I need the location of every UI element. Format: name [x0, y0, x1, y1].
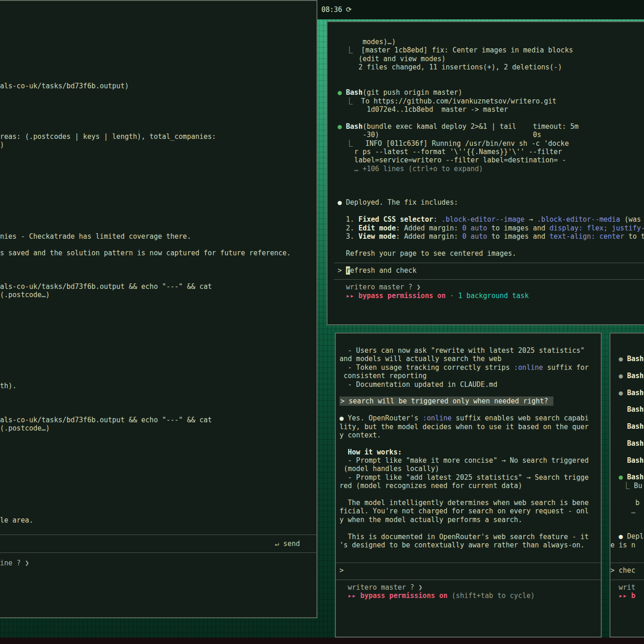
left-pane-text-group: als-co-uk/tasks/bd73f6b.output && echo "…: [0, 282, 212, 299]
claude-session-pane-top-right[interactable]: modes)…) ⎿ [master 1cb8ebd] fix: Center …: [327, 21, 644, 325]
terminal-line: - Users can now ask "rewrite with latest…: [339, 346, 601, 355]
terminal-line: Bash: [610, 422, 644, 431]
left-pane-messages: als-co-uk/tasks/bd73f6b.output)reas: (.p…: [0, 1, 316, 617]
terminal-line: [339, 439, 601, 448]
terminal-line: Bash: [610, 456, 644, 465]
terminal-text: ▸▸ bypass permissions on: [338, 292, 446, 300]
terminal-line: [339, 389, 601, 397]
terminal-line: modes)…): [338, 38, 644, 46]
terminal-text: - Documentation updated in CLAUDE.md: [339, 380, 497, 389]
terminal-text: Bash: [627, 473, 644, 481]
terminal-text: label=service=writero --filter label=des…: [338, 156, 566, 164]
left-pane-text-group: nies - Checkatrade has limited coverage …: [0, 232, 191, 241]
terminal-text: 0 auto: [462, 224, 487, 232]
terminal-text: ●: [610, 389, 627, 397]
terminal-text: : Added margin:: [396, 232, 462, 241]
claude-session-pane-bottom-right[interactable]: ● Bash ● Bash ● Bash Bash Bash Bash Bash…: [610, 333, 644, 638]
terminal-line: reas: (.postcodes | keys | length), tota…: [0, 132, 216, 141]
terminal-text: 's designed to be contextually aware rat…: [339, 541, 585, 549]
terminal-text: ficial. You're not charged for search on…: [339, 507, 589, 515]
terminal-line: (edit and view modes): [338, 55, 644, 63]
terminal-line: > search will be triggered only when nee…: [339, 397, 601, 405]
terminal-text: (bundle exec kamal deploy 2>&1 | tail ti…: [362, 122, 579, 131]
terminal-text: (edit and view modes): [338, 55, 446, 63]
terminal-line: [338, 173, 644, 181]
terminal-line: ● Deployed. The fix includes:: [338, 198, 644, 207]
terminal-text: >: [339, 566, 348, 575]
terminal-text: r ps --latest --format '\''{{.Names}}'\'…: [338, 148, 562, 156]
separator: [334, 275, 644, 283]
terminal-line: - Prompt like "add latest 2025 statistic…: [339, 473, 601, 482]
terminal-line: le area.: [0, 516, 33, 524]
terminal-text: text-align: center: [550, 232, 625, 241]
terminal-text: writ: [610, 583, 635, 592]
terminal-line: th).: [0, 382, 17, 390]
terminal-line: [339, 524, 601, 532]
terminal-text: ●: [338, 88, 346, 97]
left-terminal-pane[interactable]: als-co-uk/tasks/bd73f6b.output)reas: (.p…: [0, 0, 317, 618]
terminal-line: s saved and the solution pattern is now …: [0, 249, 291, 257]
terminal-text: Yes. OpenRouter's: [348, 414, 423, 422]
terminal-line: als-co-uk/tasks/bd73f6b.output): [0, 82, 129, 90]
terminal-text: ⎿ [master 1cb8ebd] fix: Center images in…: [338, 46, 573, 54]
terminal-text: : Added margin:: [396, 224, 462, 232]
bottom-edge-strip: [0, 638, 644, 644]
terminal-line: > chec: [610, 566, 644, 575]
refresh-icon[interactable]: ⟳: [346, 6, 352, 14]
terminal-line: … +106 lines (ctrl+o to expand): [338, 165, 644, 173]
terminal-text: [610, 439, 627, 448]
message-input-row[interactable]: ↵ send: [0, 535, 316, 553]
terminal-line: (model handles locally): [339, 465, 601, 473]
terminal-line: ● Bash: [610, 372, 644, 380]
terminal-line: ● Bash: [610, 473, 644, 481]
terminal-text: Deployed. The fix includes:: [346, 198, 458, 207]
terminal-text: to images and: [487, 232, 549, 241]
terminal-text: .block-editor--image: [442, 215, 525, 224]
terminal-text: ▸▸ b: [610, 592, 635, 600]
terminal-line: and models will actually search the web: [339, 355, 601, 363]
terminal-line: [339, 490, 601, 499]
terminal-text: to images and: [487, 224, 549, 232]
terminal-line: label=service=writero --filter label=des…: [338, 156, 644, 164]
terminal-line: nies - Checkatrade has limited coverage …: [0, 232, 191, 241]
terminal-text: View mode: [358, 232, 396, 241]
message-input-box[interactable]: ↵ send ine ? ❯: [0, 535, 316, 567]
text-cursor: r: [346, 266, 350, 275]
terminal-line: [610, 363, 644, 371]
send-button[interactable]: ↵ send: [275, 540, 300, 548]
terminal-text: [610, 422, 627, 431]
terminal-text: 3.: [338, 232, 358, 241]
terminal-text: ●: [610, 532, 627, 540]
terminal-line: ficial. You're not charged for search on…: [339, 507, 601, 515]
terminal-text: Bash: [627, 405, 644, 414]
terminal-text: :: [433, 215, 442, 224]
terminal-text: ●: [610, 372, 627, 380]
terminal-line: ● Depl: [610, 532, 644, 540]
separator: [336, 575, 602, 583]
terminal-text: efresh and check: [350, 266, 417, 275]
terminal-line: 3. View mode: Added margin: 0 auto to im…: [338, 232, 644, 241]
terminal-text: Depl: [627, 532, 644, 540]
terminal-text: writero master ? ❯: [339, 583, 423, 592]
terminal-text: Bash: [627, 456, 644, 465]
terminal-line: ⎿ To https://github.com/ivankuznetsov/wr…: [338, 97, 644, 105]
terminal-line: Bash: [610, 405, 644, 414]
terminal-line: y when the model actually performs a sea…: [339, 516, 601, 524]
terminal-line: y context.: [339, 431, 601, 439]
terminal-text: (model handles locally): [339, 465, 439, 473]
separator: [334, 258, 644, 266]
left-pane-status: ine ? ❯: [0, 559, 316, 567]
terminal-line: consistent reporting: [339, 372, 601, 380]
terminal-line: writero master ? ❯: [339, 583, 601, 592]
terminal-text: > search will be triggered only when nee…: [339, 397, 553, 406]
terminal-line: als-co-uk/tasks/bd73f6b.output && echo "…: [0, 282, 212, 291]
terminal-text: y when the model actually performs a sea…: [339, 516, 522, 524]
terminal-text: Bash: [627, 422, 644, 431]
terminal-line: ⎿ Bu: [610, 482, 644, 490]
terminal-line: > refresh and check: [338, 266, 644, 275]
claude-session-pane-bottom-middle[interactable]: - Users can now ask "rewrite with latest…: [335, 333, 602, 638]
terminal-line: ▸▸ b: [610, 592, 644, 600]
terminal-line: lity, but the model decides when to use …: [339, 423, 601, 431]
terminal-line: [610, 549, 644, 558]
terminal-line: - Documentation updated in CLAUDE.md: [339, 380, 601, 389]
